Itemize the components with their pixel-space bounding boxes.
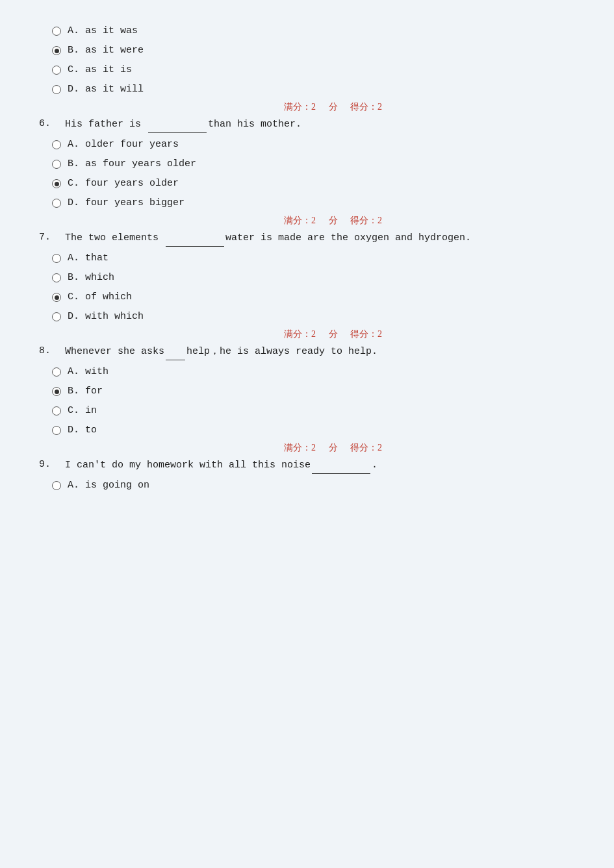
question-number-8: 8. — [39, 344, 65, 359]
option-label-8a: A. with — [68, 364, 109, 380]
page-container: A. as it was B. as it were C. as it is D… — [0, 0, 614, 868]
score-line-6: 满分：2 分 得分：2 — [91, 215, 575, 227]
radio-7a[interactable] — [52, 254, 61, 263]
radio-7c[interactable] — [52, 293, 61, 302]
option-row-7a[interactable]: A. that — [52, 251, 575, 266]
option-row-6c[interactable]: C. four years older — [52, 176, 575, 192]
option-label-8b: B. for — [68, 384, 103, 399]
option-label-6c: C. four years older — [68, 176, 179, 192]
question-block-5: A. as it was B. as it were C. as it is D… — [39, 23, 575, 113]
question-text-9: 9. I can't do my homework with all this … — [39, 458, 575, 474]
radio-inner-5b — [55, 49, 59, 53]
radio-inner-6c — [55, 182, 59, 186]
option-label-5c: C. as it is — [68, 62, 132, 78]
score-full-label-7: 满分：2 — [284, 329, 316, 339]
radio-7d[interactable] — [52, 312, 61, 321]
radio-8b[interactable] — [52, 387, 61, 396]
option-row-7d[interactable]: D. with which — [52, 309, 575, 325]
question-text-8: 8. Whenever she asks help，he is always r… — [39, 344, 575, 360]
option-label-5a: A. as it was — [68, 23, 138, 39]
option-label-8d: D. to — [68, 423, 97, 438]
question-text-7: 7. The two elements water is made are th… — [39, 230, 575, 247]
option-row-5a[interactable]: A. as it was — [52, 23, 575, 39]
radio-6b[interactable] — [52, 160, 61, 169]
radio-5d[interactable] — [52, 85, 61, 94]
option-label-6a: A. older four years — [68, 137, 179, 153]
option-row-6d[interactable]: D. four years bigger — [52, 195, 575, 211]
option-row-5c[interactable]: C. as it is — [52, 62, 575, 78]
option-row-8d[interactable]: D. to — [52, 423, 575, 438]
radio-6c[interactable] — [52, 179, 61, 188]
score-line-5: 满分：2 分 得分：2 — [91, 101, 575, 113]
question-block-6: 6. His father is than his mother. A. old… — [39, 117, 575, 227]
score-got-label-8: 得分：2 — [350, 443, 382, 453]
option-row-5b[interactable]: B. as it were — [52, 43, 575, 58]
question-number-9: 9. — [39, 458, 65, 473]
radio-7b[interactable] — [52, 273, 61, 282]
question-text-6: 6. His father is than his mother. — [39, 117, 575, 133]
blank-6 — [148, 117, 207, 133]
option-label-6b: B. as four years older — [68, 156, 196, 172]
question-number-7: 7. — [39, 230, 65, 245]
score-got-label-5: 得分：2 — [350, 102, 382, 112]
radio-8a[interactable] — [52, 367, 61, 377]
radio-6d[interactable] — [52, 199, 61, 208]
blank-9 — [312, 458, 370, 474]
radio-6a[interactable] — [52, 140, 61, 149]
option-label-6d: D. four years bigger — [68, 195, 185, 211]
option-label-8c: C. in — [68, 403, 97, 419]
radio-inner-7c — [55, 295, 59, 300]
option-label-5d: D. as it will — [68, 82, 144, 97]
option-row-6b[interactable]: B. as four years older — [52, 156, 575, 172]
question-content-8: Whenever she asks help，he is always read… — [65, 344, 575, 360]
question-content-6: His father is than his mother. — [65, 117, 575, 133]
score-line-8: 满分：2 分 得分：2 — [91, 442, 575, 454]
option-row-7b[interactable]: B. which — [52, 270, 575, 286]
option-row-6a[interactable]: A. older four years — [52, 137, 575, 153]
option-row-7c[interactable]: C. of which — [52, 290, 575, 305]
option-label-9a: A. is going on — [68, 478, 149, 493]
score-unit-8: 分 — [329, 443, 338, 453]
radio-inner-8b — [55, 390, 59, 394]
radio-8d[interactable] — [52, 426, 61, 435]
option-label-7c: C. of which — [68, 290, 132, 305]
radio-8c[interactable] — [52, 406, 61, 415]
option-label-7b: B. which — [68, 270, 114, 286]
radio-5c[interactable] — [52, 66, 61, 75]
question-block-8: 8. Whenever she asks help，he is always r… — [39, 344, 575, 454]
question-block-9: 9. I can't do my homework with all this … — [39, 458, 575, 493]
blank-8 — [166, 344, 185, 360]
option-label-5b: B. as it were — [68, 43, 144, 58]
radio-5b[interactable] — [52, 46, 61, 55]
option-label-7d: D. with which — [68, 309, 144, 325]
score-line-7: 满分：2 分 得分：2 — [91, 329, 575, 340]
option-row-8b[interactable]: B. for — [52, 384, 575, 399]
option-row-8a[interactable]: A. with — [52, 364, 575, 380]
option-row-8c[interactable]: C. in — [52, 403, 575, 419]
question-content-9: I can't do my homework with all this noi… — [65, 458, 575, 474]
question-content-7: The two elements water is made are the o… — [65, 230, 575, 247]
option-row-5d[interactable]: D. as it will — [52, 82, 575, 97]
score-got-label-7: 得分：2 — [350, 329, 382, 339]
radio-9a[interactable] — [52, 481, 61, 490]
score-full-label-5: 满分：2 — [284, 102, 316, 112]
score-full-label-6: 满分：2 — [284, 216, 316, 225]
score-unit-6: 分 — [329, 216, 338, 225]
option-row-9a[interactable]: A. is going on — [52, 478, 575, 493]
score-full-label-8: 满分：2 — [284, 443, 316, 453]
score-got-label-6: 得分：2 — [350, 216, 382, 225]
question-block-7: 7. The two elements water is made are th… — [39, 230, 575, 340]
question-number-6: 6. — [39, 117, 65, 132]
option-label-7a: A. that — [68, 251, 109, 266]
radio-5a[interactable] — [52, 27, 61, 36]
score-unit-7: 分 — [329, 329, 338, 339]
blank-7 — [166, 230, 224, 247]
score-unit-5: 分 — [329, 102, 338, 112]
